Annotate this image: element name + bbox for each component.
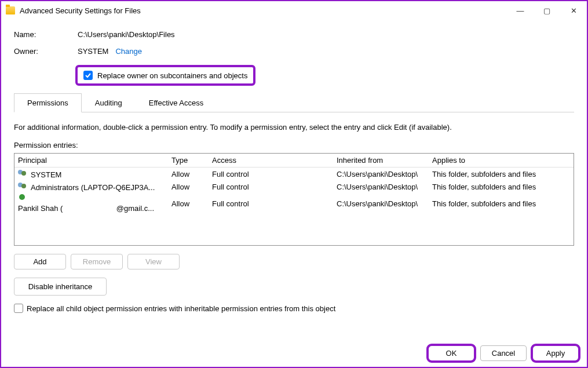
table-row[interactable]: Pankil Shah (@gmail.c... Allow Full cont… (14, 193, 574, 214)
replace-all-label: Replace all child object permission entr… (27, 304, 335, 313)
col-type[interactable]: Type (171, 156, 212, 165)
cancel-button[interactable]: Cancel (480, 345, 527, 361)
permission-entries-table[interactable]: Principal Type Access Inherited from App… (14, 153, 574, 246)
col-principal[interactable]: Principal (18, 156, 171, 165)
window-title: Advanced Security Settings for Files (20, 6, 141, 15)
tab-effective-access[interactable]: Effective Access (136, 93, 217, 112)
name-label: Name: (14, 30, 78, 39)
tab-permissions[interactable]: Permissions (14, 93, 82, 112)
user-icon (18, 194, 28, 202)
add-button[interactable]: Add (14, 254, 66, 269)
remove-button[interactable]: Remove (71, 254, 123, 269)
replace-owner-highlight: Replace owner on subcontainers and objec… (75, 65, 255, 86)
tab-auditing[interactable]: Auditing (82, 93, 136, 112)
col-access[interactable]: Access (212, 156, 337, 165)
instructions-text: For additional information, double-click… (14, 123, 574, 132)
apply-button[interactable]: Apply (532, 345, 579, 361)
table-row[interactable]: Administrators (LAPTOP-Q6EJP3A... Allow … (14, 180, 574, 193)
col-applies[interactable]: Applies to (432, 156, 570, 165)
check-icon (85, 72, 92, 79)
view-button[interactable]: View (127, 254, 180, 269)
table-row[interactable]: SYSTEM Allow Full control C:\Users\panki… (14, 167, 574, 180)
col-inherited[interactable]: Inherited from (337, 156, 432, 165)
owner-value: SYSTEM (78, 47, 108, 56)
maximize-button[interactable]: ▢ (534, 1, 560, 20)
name-value: C:\Users\panki\Desktop\Files (78, 30, 175, 39)
owner-label: Owner: (14, 47, 78, 56)
change-owner-link[interactable]: Change (115, 47, 142, 56)
group-icon (18, 181, 28, 190)
group-icon (18, 169, 28, 177)
replace-owner-checkbox[interactable] (83, 71, 93, 80)
replace-owner-label: Replace owner on subcontainers and objec… (97, 71, 247, 80)
title-bar: Advanced Security Settings for Files (1, 1, 587, 20)
dialog-footer: OK Cancel Apply (428, 345, 579, 361)
window-controls: — ▢ ✕ (507, 1, 587, 20)
tabs: Permissions Auditing Effective Access (14, 93, 574, 112)
close-button[interactable]: ✕ (560, 1, 587, 20)
minimize-button[interactable]: — (507, 1, 534, 20)
entries-label: Permission entries: (14, 141, 574, 150)
folder-icon (6, 6, 15, 14)
replace-all-checkbox[interactable] (14, 304, 23, 313)
ok-button[interactable]: OK (428, 345, 474, 361)
disable-inheritance-button[interactable]: Disable inheritance (14, 278, 107, 296)
